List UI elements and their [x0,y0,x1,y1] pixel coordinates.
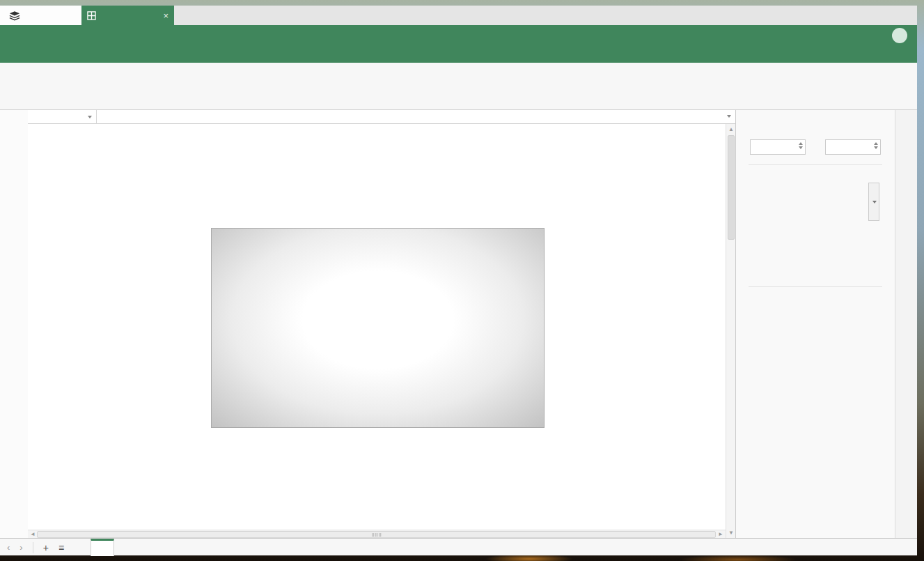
horizontal-scrollbar[interactable]: ◄ ► [28,530,726,538]
scroll-down-icon[interactable]: ▼ [726,529,736,537]
scroll-up-icon[interactable]: ▲ [726,125,736,134]
onlyoffice-window: × [0,6,917,555]
formula-bar [0,110,735,124]
app-header [0,25,917,63]
maximize-button[interactable] [872,6,893,25]
vertical-scrollbar[interactable]: ▲ ▼ [726,124,735,538]
minimize-button[interactable] [852,6,872,25]
statistics [845,539,889,556]
onlyoffice-logo-icon [8,10,21,21]
quick-access-toolbar [0,25,8,43]
open-file-location-icon[interactable] [871,46,885,60]
close-button[interactable] [893,6,914,25]
desktop: × [0,0,924,561]
search-icon[interactable] [898,46,911,60]
collapse-formula-bar-icon[interactable] [727,115,731,118]
chart-settings-panel [735,110,895,538]
chart-object[interactable] [211,228,545,428]
ribbon-insert [0,63,917,110]
divider [33,542,33,553]
scroll-grip [372,533,382,537]
width-spinner[interactable] [799,142,803,149]
tab-close-icon[interactable]: × [163,10,169,21]
constrain-proportions-icon[interactable] [808,141,821,154]
spreadsheet-icon [87,11,96,20]
height-spinner[interactable] [874,142,878,149]
document-tab[interactable]: × [81,6,174,25]
sheet-prev-icon[interactable]: ‹ [7,542,10,553]
titlebar: × [0,6,917,25]
width-input[interactable] [750,139,806,155]
sheet-tab-sheet1[interactable] [91,539,114,556]
status-bar: ‹ › + ≡ [0,538,917,555]
divider [749,164,882,165]
name-box-chevron-icon[interactable] [88,116,92,118]
name-box[interactable] [28,110,97,124]
divider [749,286,882,287]
app-logo[interactable] [0,6,81,25]
horizontal-scroll-thumb[interactable] [37,531,716,538]
height-input[interactable] [825,139,881,155]
right-toolbar [895,110,917,538]
sheet-list-icon[interactable]: ≡ [58,542,64,553]
style-gallery-expand-icon[interactable] [868,183,879,221]
window-controls [852,6,914,25]
sheet-navigation: ‹ › + ≡ [7,539,64,556]
vertical-scroll-thumb[interactable] [728,135,735,240]
add-sheet-icon[interactable]: + [43,542,49,553]
sheet-next-icon[interactable]: › [19,542,22,553]
left-toolbar [0,110,28,538]
avatar[interactable] [892,28,907,43]
header-right-icons [871,46,911,60]
